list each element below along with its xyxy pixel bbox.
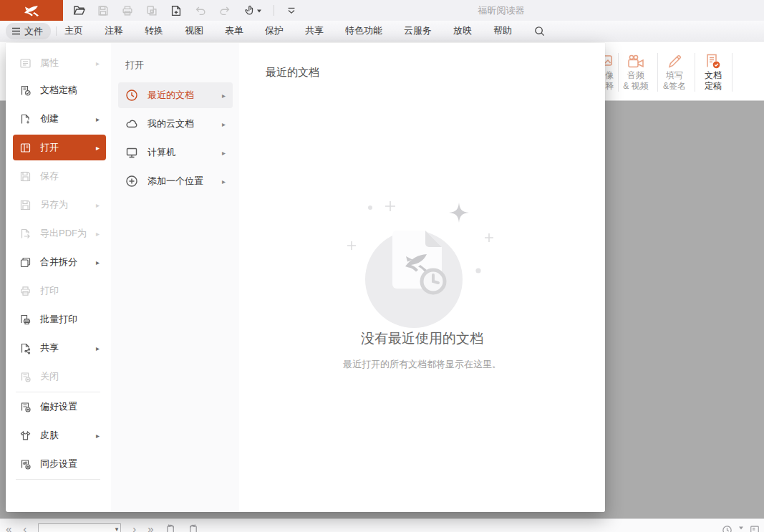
file-menu-overlay: 属性 文档定稿 创建 打开 保存 [6,43,605,512]
file-menu-item-merge-split[interactable]: 合并拆分 [13,249,106,275]
file-menu-item-open[interactable]: 打开 [13,135,106,160]
redo-icon[interactable] [218,4,232,18]
open-item-add-place[interactable]: 添加一个位置 [118,168,233,194]
menubar-separator [56,26,57,36]
open-locations-panel: 打开 最近的文档 我的云文档 计算机 添加一个位置 [111,43,239,512]
ribbon-audio-video-button[interactable]: 音频 & 视频 [617,49,654,92]
save-icon[interactable] [96,4,110,18]
new-document-icon[interactable] [169,4,183,18]
save-icon [19,170,32,183]
file-menu-item-share[interactable]: 共享 [13,335,106,361]
rotate-right-icon[interactable] [188,523,198,532]
open-panel-title: 打开 [125,59,144,72]
menu-divider [16,479,100,480]
ribbon-tabs: 主页 注释 转换 视图 表单 保护 共享 特色功能 云服务 放映 帮助 [64,21,546,41]
tab-projection[interactable]: 放映 [453,24,472,37]
submenu-arrow-icon [96,230,100,238]
recent-documents-panel: 最近的文档 [239,43,605,512]
tab-share[interactable]: 共享 [305,24,324,37]
submenu-arrow-icon [96,115,100,123]
customize-toolbar-icon[interactable] [284,4,299,18]
ribbon-button-label: & 视频 [617,81,654,92]
recent-documents-title: 最近的文档 [266,66,319,79]
file-menu-item-close[interactable]: 关闭 [13,364,106,390]
rotate-left-icon[interactable] [165,523,176,532]
first-page-icon[interactable] [6,523,11,532]
open-file-icon[interactable] [72,4,86,18]
export-icon [19,228,32,240]
tab-help[interactable]: 帮助 [493,24,512,37]
tab-convert[interactable]: 转换 [145,24,163,37]
submenu-arrow-icon [96,258,100,266]
empty-state-title: 没有最近使用的文档 [239,329,605,348]
open-item-recent-documents[interactable]: 最近的文档 [118,82,233,108]
title-bar: 福昕阅读器 [0,0,764,21]
foxit-logo[interactable] [0,0,63,21]
file-menu-item-properties[interactable]: 属性 [13,50,106,76]
submenu-arrow-icon [96,59,100,67]
statusbar-right-tools [722,525,760,532]
file-menu-item-save-as[interactable]: 另存为 [13,192,106,218]
file-menu-item-print[interactable]: 打印 [13,278,106,304]
tab-protect[interactable]: 保护 [265,24,284,37]
merge-split-icon [19,256,32,269]
ribbon-button-label: 音频 [617,70,654,81]
file-menu-sidebar: 属性 文档定稿 创建 打开 保存 [6,43,111,512]
open-item-cloud-documents[interactable]: 我的云文档 [118,111,233,137]
menu-bar: 文件 主页 注释 转换 视图 表单 保护 共享 特色功能 云服务 放映 帮助 [0,21,764,42]
tab-home[interactable]: 主页 [64,24,83,37]
last-page-icon[interactable] [148,523,153,532]
file-menu-item-create[interactable]: 创建 [13,106,106,132]
tab-cloud[interactable]: 云服务 [404,24,432,37]
tab-comment[interactable]: 注释 [105,24,123,37]
toolbar-separator [274,5,274,16]
camcorder-icon [617,49,654,70]
page-navigation [6,523,198,532]
file-menu-label: 文件 [24,25,43,38]
ribbon-fill-sign-button[interactable]: 填写 &签名 [656,49,693,92]
file-menu-item-export-pdf[interactable]: 导出PDF为 [13,221,106,246]
clock-icon [125,89,138,102]
submenu-arrow-icon [96,144,100,152]
document-check-icon [19,84,32,97]
next-page-icon[interactable] [132,523,136,532]
ribbon-separator [732,53,732,92]
ribbon-doc-finalize-button[interactable]: 文档 定稿 [695,49,732,92]
page-number-box[interactable] [38,523,121,532]
add-place-icon [125,175,138,188]
file-menu-item-batch-print[interactable]: 批量打印 [13,306,106,332]
caret-down-icon[interactable] [738,525,744,531]
file-menu-button[interactable]: 文件 [6,23,51,39]
submenu-arrow-icon [96,432,100,440]
previous-page-icon[interactable] [23,523,26,532]
ribbon-button-label: 填写 [656,70,693,81]
document-check-icon [695,49,732,70]
tab-view[interactable]: 视图 [185,24,203,37]
close-document-icon [19,371,32,383]
file-menu-item-preferences[interactable]: 偏好设置 [13,394,106,420]
file-menu-item-doc-finalize[interactable]: 文档定稿 [13,77,106,103]
hand-tool-icon[interactable] [242,4,263,18]
hamburger-icon [11,27,21,35]
file-menu-item-save[interactable]: 保存 [13,163,106,189]
window-title: 福昕阅读器 [430,0,573,21]
reading-time-icon[interactable] [722,525,732,532]
computer-icon [125,146,138,159]
empty-state-illustration [337,193,508,331]
file-menu-item-sync-settings[interactable]: 同步设置 [13,451,106,477]
tab-form[interactable]: 表单 [225,24,243,37]
copy-icon[interactable] [145,4,159,18]
tshirt-icon [19,430,32,442]
submenu-arrow-icon [96,344,100,352]
print-icon[interactable] [120,4,135,18]
create-document-icon [19,113,32,125]
file-menu-item-skin[interactable]: 皮肤 [13,422,106,448]
tab-features[interactable]: 特色功能 [345,24,382,37]
search-icon[interactable] [533,25,546,37]
open-item-computer[interactable]: 计算机 [118,140,233,165]
pencil-icon [656,49,693,70]
undo-icon[interactable] [193,4,208,18]
panel-toggle-icon[interactable] [750,525,760,532]
submenu-arrow-icon [222,92,226,100]
empty-state-subtitle: 最近打开的所有文档都将显示在这里。 [239,358,605,371]
